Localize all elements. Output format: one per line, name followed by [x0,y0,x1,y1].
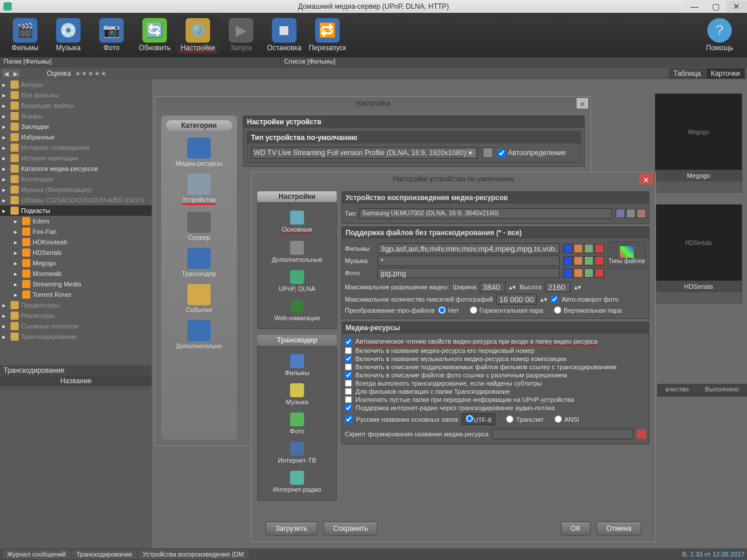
media-checkbox[interactable]: Поддержка интернет-радио через транскоди… [345,404,646,411]
cat-media[interactable]: Медиа-ресурсы [166,134,232,170]
save-button[interactable]: Сохранить [323,522,378,536]
close-icon[interactable]: ✕ [639,174,653,184]
media-checkbox[interactable]: Включить в название медиа-ресурса его по… [345,347,646,354]
mpo-vert[interactable]: Вертикальная пара [554,306,622,314]
expand-icon[interactable]: ▸ [2,302,8,309]
tree-item[interactable]: ▸Входящие файлы [0,100,152,111]
script-combo[interactable] [492,429,633,439]
tb-settings[interactable]: ⚙️Настройки [176,16,219,54]
tree-item[interactable]: ▸Подкасты [0,205,152,216]
photo-input[interactable] [378,268,560,278]
tab-table[interactable]: Таблица [669,68,706,79]
side-tab-extra[interactable]: Дополнительные [261,237,333,267]
tree-item[interactable]: ▸Транскодирование [0,331,152,342]
icon[interactable] [563,268,573,278]
icon[interactable] [595,268,604,278]
media-checkbox[interactable]: Всегда выполнять транскодирование, если … [345,380,646,387]
media-checkbox[interactable]: Для фильмов навигация с папки Транскодир… [345,388,646,395]
mpo-horiz[interactable]: Горизонтальная пара [470,306,543,314]
icon[interactable] [563,244,573,253]
tb-restart[interactable]: 🔁Перезапуск [306,16,349,54]
rusnames-check[interactable] [345,415,352,423]
media-checkbox[interactable]: Автоматическое чтение свойств видео-ресу… [345,338,646,346]
cat-events[interactable]: События [166,281,232,317]
arrow-icon[interactable]: ▶ [12,69,20,78]
tree-item[interactable]: ▸Fox-Fan [0,226,152,237]
close-button[interactable]: ✕ [726,1,747,12]
media-card[interactable]: HDSerials HDSerials [655,204,742,303]
side-tab-webnav[interactable]: Web-навигация [261,296,333,325]
tool-icon[interactable] [616,209,625,218]
expand-icon[interactable]: ▸ [2,102,8,110]
autodetect-checkbox[interactable]: Автоопределение [498,149,566,157]
expand-icon[interactable]: ▸ [14,260,20,267]
side-tab-films[interactable]: Фильмы [261,351,333,380]
media-checkbox[interactable]: Включить в описание файлов фото ссылки с… [345,372,646,379]
icon[interactable] [574,256,583,265]
maxpix-input[interactable] [496,294,537,304]
mpo-none[interactable]: Нет [438,306,459,314]
expand-icon[interactable]: ▸ [2,81,8,89]
tree-item[interactable]: ▸История навигации [0,153,152,163]
expand-icon[interactable]: ▸ [2,165,8,173]
tree-item[interactable]: ▸HDKinoteatr [0,237,152,247]
delete-icon[interactable] [637,429,646,439]
icon[interactable] [563,256,573,265]
side-tab-music[interactable]: Музыка [261,380,333,409]
expand-icon[interactable]: ▸ [2,186,8,194]
cat-server[interactable]: Сервер [166,208,232,244]
icon[interactable] [574,268,583,278]
expand-icon[interactable]: ▸ [2,134,8,141]
icon[interactable] [595,256,604,265]
tree-item[interactable]: ▸Streaming Media [0,279,152,289]
tb-help[interactable]: ?Помощь [698,16,741,54]
filetypes-button[interactable]: Типы файлов [608,242,646,268]
status-tab-log[interactable]: Журнал сообщений [2,550,71,559]
tree-item[interactable]: ▸Избранные [0,132,152,142]
arrow-icon[interactable]: ◀ [2,69,11,78]
tb-photo[interactable]: 📷Фото [90,16,133,54]
col-quality[interactable]: ачество [657,384,697,397]
load-button[interactable]: Загрузить [266,522,317,536]
expand-icon[interactable]: ▸ [14,281,20,288]
side-tab-iradio[interactable]: Интернет-радио [261,467,333,496]
width-input[interactable] [480,282,505,292]
rus-opt[interactable]: ANSI [554,415,580,423]
tree-item[interactable]: ▸Музыка (Визуализация) [0,184,152,195]
minimize-button[interactable]: — [684,1,705,12]
tb-stop[interactable]: ⏹Остановка [263,16,306,54]
height-input[interactable] [545,282,571,292]
status-tab-trans[interactable]: Транскодирование [72,550,137,559]
media-checkbox[interactable]: Исключать пустые папки при передаче инфо… [345,396,646,403]
status-tab-devices[interactable]: Устройства воспроизведения (DM [138,550,248,559]
tool-icon[interactable] [626,209,636,218]
tb-refresh[interactable]: 🔄Обновить [133,16,176,54]
side-tab-main[interactable]: Основные [261,207,333,237]
rus-opt[interactable]: UTF-8 [462,413,495,425]
cat-devices[interactable]: Устройства [166,170,232,208]
autorotate-check[interactable]: Авто-поворот фото [551,296,619,303]
expand-icon[interactable]: ▸ [2,155,8,162]
chevron-down-icon[interactable]: ▾ [466,149,475,157]
tree-item[interactable]: ▸Каталоги медиа-ресурсов [0,163,152,174]
tree-item[interactable]: ▸Жанры [0,111,152,121]
icon[interactable] [584,256,594,265]
tree-item[interactable]: ▸Интернет-телевидение [0,142,152,153]
side-tab-photo[interactable]: Фото [261,409,333,438]
expand-icon[interactable]: ▸ [14,291,20,299]
tree-item[interactable]: ▸Megogo [0,258,152,268]
tree-item[interactable]: ▸Edem [0,216,152,226]
icon[interactable] [584,244,594,253]
music-input[interactable] [378,256,560,266]
wrench-icon[interactable] [483,148,493,158]
tb-start[interactable]: ▶Запуск [219,16,263,54]
tree-item[interactable]: ▸Moonwalk [0,268,152,279]
tool-icon[interactable] [637,209,646,218]
tree-item[interactable]: ▸Режиссеры [0,310,152,321]
expand-icon[interactable]: ▸ [14,249,20,257]
expand-icon[interactable]: ▸ [2,312,8,320]
tb-music[interactable]: 💿Музыка [47,16,90,54]
maximize-button[interactable]: ▢ [705,1,726,12]
expand-icon[interactable]: ▸ [2,144,8,152]
side-tab-itv[interactable]: Интернет-ТВ [261,438,333,467]
